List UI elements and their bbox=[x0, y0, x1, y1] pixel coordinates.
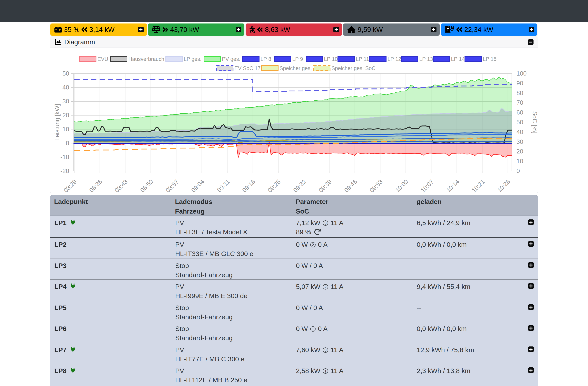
svg-text:90: 90 bbox=[516, 80, 523, 87]
svg-text:09:53: 09:53 bbox=[368, 178, 384, 193]
svg-text:20: 20 bbox=[516, 148, 523, 155]
svg-text:30: 30 bbox=[63, 98, 69, 105]
svg-text:LP 14: LP 14 bbox=[451, 56, 465, 62]
svg-text:LP 15: LP 15 bbox=[483, 56, 497, 62]
svg-text:08:36: 08:36 bbox=[88, 178, 104, 193]
svg-text:09:11: 09:11 bbox=[216, 178, 231, 193]
svg-text:-20: -20 bbox=[60, 168, 69, 174]
svg-text:50: 50 bbox=[516, 119, 523, 126]
svg-text:20: 20 bbox=[63, 112, 69, 119]
svg-text:0: 0 bbox=[66, 140, 69, 147]
svg-text:10: 10 bbox=[516, 158, 523, 165]
svg-text:LP 10: LP 10 bbox=[324, 56, 338, 62]
svg-text:70: 70 bbox=[516, 99, 523, 106]
svg-text:10:28: 10:28 bbox=[496, 178, 512, 193]
svg-text:09:32: 09:32 bbox=[292, 178, 308, 193]
svg-text:50: 50 bbox=[63, 70, 69, 77]
svg-text:30: 30 bbox=[516, 138, 523, 145]
svg-text:09:39: 09:39 bbox=[317, 178, 333, 193]
svg-text:100: 100 bbox=[516, 70, 527, 77]
svg-text:09:25: 09:25 bbox=[266, 178, 282, 193]
svg-text:40: 40 bbox=[63, 84, 69, 91]
svg-text:PV ges.: PV ges. bbox=[222, 56, 240, 62]
svg-text:0: 0 bbox=[516, 168, 520, 174]
svg-text:10:00: 10:00 bbox=[394, 178, 410, 193]
svg-text:Leistung [kW]: Leistung [kW] bbox=[54, 104, 61, 141]
svg-text:09:46: 09:46 bbox=[343, 178, 358, 193]
svg-text:LP 13: LP 13 bbox=[419, 56, 433, 62]
svg-text:Speicher ges.: Speicher ges. bbox=[279, 65, 312, 71]
svg-text:EVU: EVU bbox=[97, 56, 108, 62]
svg-text:60: 60 bbox=[516, 109, 523, 116]
svg-text:10: 10 bbox=[63, 126, 69, 133]
svg-text:LP 11: LP 11 bbox=[356, 56, 369, 62]
svg-text:80: 80 bbox=[516, 90, 523, 96]
svg-text:09:04: 09:04 bbox=[190, 178, 206, 193]
svg-text:08:50: 08:50 bbox=[139, 178, 155, 193]
svg-text:10:21: 10:21 bbox=[470, 178, 486, 193]
svg-text:08:57: 08:57 bbox=[165, 178, 180, 193]
svg-text:Speicher ges. SoC: Speicher ges. SoC bbox=[332, 65, 376, 71]
svg-text:LP 9: LP 9 bbox=[292, 56, 303, 62]
svg-text:09:18: 09:18 bbox=[241, 178, 256, 193]
svg-text:-10: -10 bbox=[60, 154, 69, 160]
svg-text:08:43: 08:43 bbox=[113, 178, 129, 193]
svg-text:Hausverbrauch: Hausverbrauch bbox=[128, 56, 164, 62]
svg-text:10:14: 10:14 bbox=[445, 178, 461, 193]
svg-text:10:07: 10:07 bbox=[420, 178, 435, 193]
svg-text:08:29: 08:29 bbox=[62, 178, 78, 193]
svg-text:40: 40 bbox=[516, 129, 523, 135]
svg-text:LP ges.: LP ges. bbox=[184, 56, 202, 62]
svg-text:LP 12: LP 12 bbox=[387, 56, 401, 62]
svg-text:EV SoC 17: EV SoC 17 bbox=[234, 65, 261, 71]
svg-text:LP 8: LP 8 bbox=[260, 56, 271, 62]
svg-text:SoC [%]: SoC [%] bbox=[531, 111, 538, 134]
